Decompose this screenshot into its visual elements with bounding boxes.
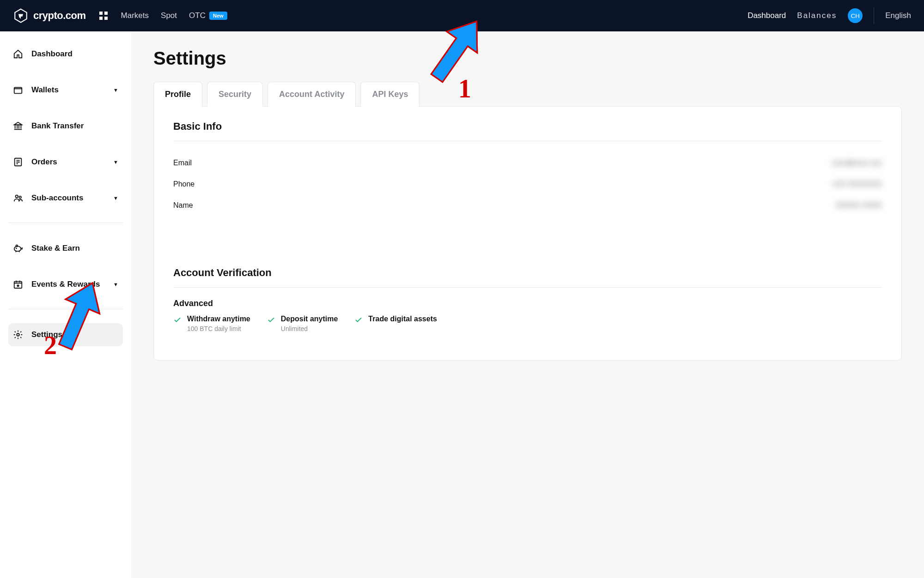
top-navigation: crypto.com Markets Spot OTC New Dashboar… (0, 0, 924, 31)
home-icon (13, 49, 23, 59)
verification-features: Withdraw anytime 100 BTC daily limit Dep… (173, 315, 882, 332)
svg-point-10 (16, 245, 18, 247)
wallet-icon (13, 85, 23, 95)
svg-rect-1 (99, 12, 103, 15)
gear-icon (13, 330, 23, 340)
basic-info-title: Basic Info (173, 120, 882, 132)
crypto-logo-icon (13, 8, 29, 24)
check-icon (173, 316, 182, 324)
brand-logo[interactable]: crypto.com (13, 8, 86, 24)
verification-title: Account Verification (173, 267, 882, 279)
verification-level: Advanced (173, 299, 882, 308)
sidebar-item-label: Wallets (31, 85, 59, 95)
info-label: Name (173, 201, 193, 210)
svg-point-13 (17, 333, 19, 336)
language-selector[interactable]: English (885, 11, 911, 20)
info-row-email: Email xxxx@xxxx.xxx (173, 152, 882, 174)
sidebar-item-events-rewards[interactable]: Events & Rewards ▼ (8, 273, 123, 296)
svg-rect-4 (104, 17, 108, 20)
new-badge: New (209, 12, 227, 20)
svg-point-8 (19, 196, 21, 199)
sidebar-item-settings[interactable]: Settings (8, 323, 123, 346)
piggy-icon (13, 243, 23, 253)
check-icon (267, 316, 275, 324)
apps-grid-icon[interactable] (99, 11, 108, 20)
subaccounts-icon (13, 193, 23, 203)
topnav-right-group: Dashboard Balances CH English (748, 7, 911, 24)
feature-title: Withdraw anytime (187, 315, 250, 323)
topnav-dashboard[interactable]: Dashboard (748, 11, 786, 20)
check-icon (354, 316, 363, 324)
tab-profile[interactable]: Profile (153, 82, 202, 107)
sidebar-item-label: Dashboard (31, 49, 73, 59)
info-value-redacted: XXXXX XXXX (836, 201, 882, 210)
sidebar-item-label: Settings (31, 330, 62, 339)
tab-security[interactable]: Security (207, 82, 263, 107)
chevron-down-icon: ▼ (113, 87, 118, 93)
sidebar-item-stake-earn[interactable]: Stake & Earn (8, 237, 123, 260)
info-row-phone: Phone +XX XXXXXXX (173, 174, 882, 195)
topnav-spot[interactable]: Spot (161, 11, 177, 20)
chevron-down-icon: ▼ (113, 195, 118, 201)
feature-withdraw: Withdraw anytime 100 BTC daily limit (173, 315, 250, 332)
page-title: Settings (153, 48, 902, 69)
info-row-name: Name XXXXX XXXX (173, 195, 882, 216)
section-divider (173, 287, 882, 288)
sidebar-item-label: Bank Transfer (31, 121, 84, 131)
topnav-otc-label: OTC (189, 11, 206, 20)
sidebar: Dashboard Wallets ▼ Bank Transfer Orders… (0, 31, 131, 578)
feature-title: Trade digital assets (368, 315, 437, 323)
topnav-markets[interactable]: Markets (121, 11, 149, 20)
bank-icon (13, 121, 23, 131)
topnav-divider (874, 7, 874, 24)
topnav-otc[interactable]: OTC New (189, 11, 227, 20)
sidebar-item-label: Orders (31, 157, 57, 167)
sidebar-item-sub-accounts[interactable]: Sub-accounts ▼ (8, 187, 123, 210)
avatar[interactable]: CH (848, 8, 863, 23)
sidebar-item-label: Sub-accounts (31, 193, 83, 203)
feature-sub: Unlimited (281, 325, 338, 332)
info-label: Phone (173, 180, 195, 188)
brand-name: crypto.com (33, 10, 86, 22)
svg-point-7 (16, 195, 18, 198)
sidebar-divider (8, 309, 123, 309)
sidebar-divider (8, 223, 123, 223)
info-value-redacted: xxxx@xxxx.xxx (832, 159, 882, 167)
sidebar-item-dashboard[interactable]: Dashboard (8, 42, 123, 66)
settings-panel: Basic Info Email xxxx@xxxx.xxx Phone +XX… (153, 106, 902, 361)
svg-point-9 (14, 246, 21, 251)
chevron-down-icon: ▼ (113, 282, 118, 287)
feature-deposit: Deposit anytime Unlimited (267, 315, 338, 332)
feature-sub: 100 BTC daily limit (187, 325, 250, 332)
sidebar-item-bank-transfer[interactable]: Bank Transfer (8, 114, 123, 138)
main-content: Settings Profile Security Account Activi… (131, 31, 924, 578)
sidebar-item-label: Events & Rewards (31, 280, 100, 289)
sidebar-item-label: Stake & Earn (31, 244, 80, 253)
settings-tabs: Profile Security Account Activity API Ke… (153, 82, 902, 107)
feature-title: Deposit anytime (281, 315, 338, 323)
svg-rect-3 (99, 17, 103, 20)
sidebar-item-wallets[interactable]: Wallets ▼ (8, 78, 123, 102)
feature-trade: Trade digital assets (354, 315, 437, 332)
chevron-down-icon: ▼ (113, 159, 118, 165)
tab-api-keys[interactable]: API Keys (360, 82, 419, 107)
section-divider (173, 141, 882, 141)
info-value-redacted: +XX XXXXXXX (831, 180, 882, 188)
calendar-star-icon (13, 279, 23, 289)
orders-icon (13, 157, 23, 167)
tab-account-activity[interactable]: Account Activity (267, 82, 356, 107)
svg-point-11 (16, 248, 17, 248)
sidebar-item-orders[interactable]: Orders ▼ (8, 151, 123, 174)
svg-rect-2 (104, 12, 108, 15)
topnav-left-group: Markets Spot OTC New (121, 11, 227, 20)
topnav-balances[interactable]: Balances (797, 11, 837, 20)
info-label: Email (173, 159, 192, 167)
